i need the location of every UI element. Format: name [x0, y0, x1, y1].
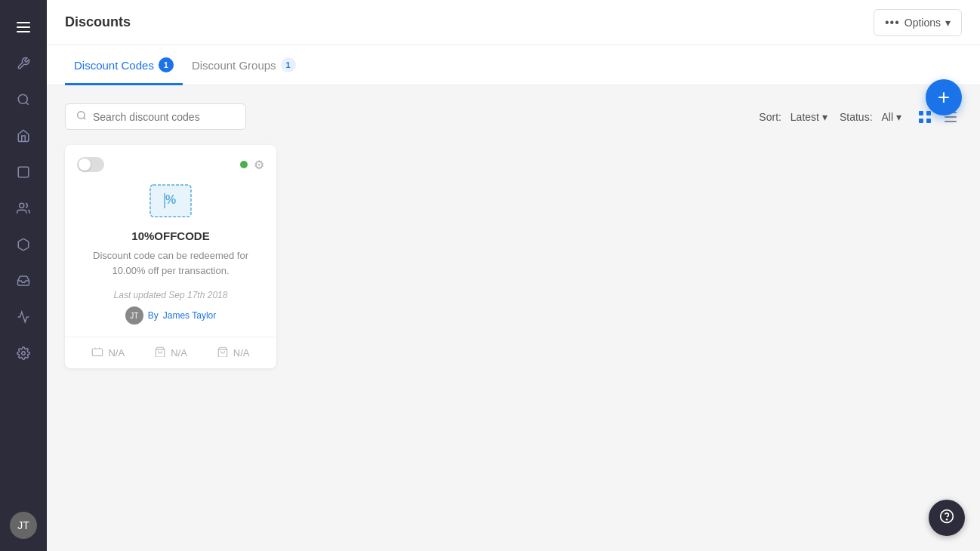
tab-discount-codes[interactable]: Discount Codes 1: [65, 45, 183, 85]
search-input[interactable]: [93, 111, 235, 123]
svg-rect-10: [919, 119, 923, 123]
inbox-icon[interactable]: [8, 266, 39, 296]
svg-text:%: %: [165, 193, 176, 206]
status-active-dot: [240, 161, 248, 168]
revenue-icon: [217, 346, 229, 359]
user-avatar[interactable]: JT: [10, 512, 37, 539]
menu-icon[interactable]: [8, 12, 39, 42]
sort-value: Latest: [790, 111, 819, 123]
svg-rect-13: [945, 116, 957, 118]
search-icon[interactable]: [8, 85, 39, 115]
tab-discount-groups-badge: 1: [281, 57, 296, 72]
orders-value: N/A: [171, 347, 187, 359]
status-chevron-icon: ▾: [896, 111, 901, 123]
options-label: Options: [904, 17, 941, 29]
box-icon[interactable]: [8, 229, 39, 260]
tab-discount-codes-badge: 1: [159, 57, 174, 72]
card-stat-uses: N/A: [91, 346, 125, 359]
uses-value: N/A: [108, 347, 125, 359]
svg-rect-2: [17, 31, 30, 32]
sort-label: Sort:: [759, 111, 781, 123]
sort-button[interactable]: Sort: Latest ▾: [759, 111, 827, 123]
status-value: All: [881, 111, 893, 123]
uses-icon: [91, 346, 103, 359]
card-author: JT By James Taylor: [77, 306, 264, 325]
active-toggle[interactable]: [77, 157, 104, 172]
page-title: Discounts: [65, 14, 131, 30]
svg-rect-1: [17, 26, 30, 28]
svg-rect-9: [926, 111, 931, 115]
svg-point-6: [22, 352, 26, 356]
sort-chevron-icon: ▾: [822, 111, 827, 123]
discount-code-card[interactable]: ⚙ % 10%OFFCODE Discount code can be rede…: [65, 145, 276, 368]
card-title: 10%OFFCODE: [77, 229, 264, 242]
people-icon[interactable]: [8, 193, 39, 223]
settings-gear-icon[interactable]: ⚙: [254, 158, 264, 172]
tabs-bar: Discount Codes 1 Discount Groups 1: [47, 45, 980, 85]
help-button[interactable]: [929, 500, 965, 536]
add-button[interactable]: +: [926, 79, 962, 115]
card-discount-icon: %: [77, 184, 264, 217]
svg-rect-11: [926, 119, 931, 123]
home-icon[interactable]: [8, 121, 39, 151]
analytics-icon[interactable]: [8, 302, 39, 332]
toolbar: Sort: Latest ▾ Status: All ▾: [65, 103, 962, 130]
card-header: ⚙: [77, 157, 264, 172]
card-footer: N/A N/A: [65, 337, 276, 368]
tab-discount-groups[interactable]: Discount Groups 1: [183, 45, 305, 85]
search-box[interactable]: [65, 103, 246, 130]
svg-point-5: [20, 203, 24, 208]
search-icon: [76, 110, 87, 123]
svg-rect-14: [945, 121, 957, 122]
help-icon: [939, 509, 954, 528]
tools-icon[interactable]: [8, 48, 39, 78]
main-content: Discounts ••• Options ▾ Discount Codes 1…: [47, 0, 980, 551]
last-updated-label: Last updated: [114, 290, 166, 300]
status-button[interactable]: Status: All ▾: [840, 111, 901, 123]
last-updated-date: Sep 17th 2018: [168, 290, 227, 300]
orders-icon: [154, 346, 166, 359]
svg-rect-18: [93, 349, 103, 356]
svg-rect-4: [18, 167, 29, 177]
svg-point-3: [18, 94, 27, 103]
svg-rect-0: [17, 22, 30, 23]
svg-rect-8: [919, 111, 923, 115]
svg-point-7: [78, 112, 85, 119]
author-by: By: [148, 310, 159, 321]
author-avatar: JT: [125, 306, 143, 325]
settings-icon[interactable]: [8, 338, 39, 368]
page-header: Discounts ••• Options ▾: [47, 0, 980, 45]
options-dots-icon: •••: [885, 16, 900, 29]
author-name[interactable]: James Taylor: [163, 310, 216, 321]
card-actions: ⚙: [240, 158, 264, 172]
card-stat-orders: N/A: [154, 346, 187, 359]
tab-discount-groups-label: Discount Groups: [192, 59, 276, 72]
pages-icon[interactable]: [8, 157, 39, 187]
sidebar: JT: [0, 0, 47, 551]
cards-grid: ⚙ % 10%OFFCODE Discount code can be rede…: [65, 145, 962, 368]
card-stat-revenue: N/A: [217, 346, 250, 359]
status-label: Status:: [840, 111, 873, 123]
card-body: ⚙ % 10%OFFCODE Discount code can be rede…: [65, 145, 276, 337]
options-chevron-icon: ▾: [945, 17, 951, 29]
content-area: Sort: Latest ▾ Status: All ▾: [47, 85, 980, 551]
tab-discount-codes-label: Discount Codes: [74, 59, 154, 72]
card-last-updated: Last updated Sep 17th 2018: [77, 290, 264, 300]
add-icon: +: [938, 87, 950, 108]
options-button[interactable]: ••• Options ▾: [874, 9, 962, 36]
card-description: Discount code can be redeemed for 10.00%…: [77, 248, 264, 278]
revenue-value: N/A: [233, 347, 250, 359]
